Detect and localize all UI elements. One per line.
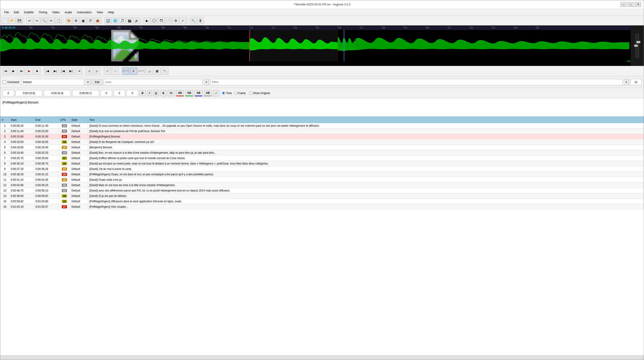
frame-radio-label[interactable]: Frame [234,92,246,95]
karaoke-auto1[interactable]: AUTO [122,68,129,75]
volume-slider[interactable] [638,33,639,58]
table-row[interactable]: 150:00:59.820:01:03.9015Default[PofMagic… [0,199,644,204]
layer-input[interactable] [630,79,642,85]
margin-v-input[interactable] [126,90,138,96]
strikeout-button[interactable]: S [160,90,166,96]
table-row[interactable]: 60:00:19.400:00:25.2513Default[David] Bo… [0,150,644,155]
show-original-checkbox[interactable] [249,92,252,94]
scroll-right-button[interactable]: ▷ [94,68,101,75]
waveform-main[interactable]: 0:00:00:01 02 03 04 05 06 07 [0,26,631,66]
table-row[interactable]: 30:00:15.600:00:16.3031Default[PofMagicf… [0,134,644,139]
comment-checkbox[interactable] [2,80,6,84]
table-row[interactable]: 40:00:16.600:00:18.6518Default[David] Et… [0,139,644,145]
menu-audio[interactable]: Audio [62,10,74,15]
close-button[interactable]: ✕ [635,2,641,7]
duration-input[interactable] [72,90,99,96]
bold-button[interactable]: B [140,90,146,96]
tb-subs[interactable]: 💬 [151,17,158,24]
tb-new[interactable]: 📄 [2,17,8,24]
tb-styles[interactable]: 🎨 [66,17,72,24]
italic-button[interactable]: I [147,90,152,96]
color4-button[interactable]: AB [204,90,212,96]
tb-translate[interactable]: 🌐 [112,17,118,24]
table-row[interactable]: 140:00:58.600:00:59.8219Default[David] S… [0,193,644,199]
menu-view[interactable]: View [94,10,105,15]
effect-dropdown[interactable]: ▼ [624,79,629,85]
tb-extra[interactable]: 🎛 [197,17,204,24]
tb-properties[interactable]: ⚙ [72,17,79,24]
menu-subtitle[interactable]: Subtitle [22,10,36,15]
tb-grid[interactable]: ▦ [80,17,86,24]
confirm-button[interactable]: ✓ [213,90,219,96]
spectrum-btn[interactable]: 📊 [146,68,153,75]
tb-cut[interactable]: ✂ [48,17,54,24]
tb-karaoke[interactable]: 🎵 [119,17,126,24]
menu-file[interactable]: File [2,10,11,15]
zoom-sel-button[interactable]: ⇥ [75,68,82,75]
tb-config[interactable]: ⚙ [172,17,179,24]
actor-dropdown[interactable]: ▼ [204,79,209,85]
fn-button[interactable]: fn [168,90,174,96]
tb-audio-zoom[interactable]: 🔊 [133,17,140,24]
grid-btn[interactable]: ▦ [154,68,161,75]
color3-button[interactable]: AB [194,90,202,96]
play-button[interactable]: ▶ [10,68,17,75]
style-dropdown[interactable]: ▼ [86,79,90,85]
edit-button[interactable]: Edit [92,79,102,85]
actor-input[interactable] [104,79,203,85]
stop-button[interactable]: ■ [34,68,41,75]
maximize-button[interactable]: □ [628,2,634,7]
menu-help[interactable]: Help [106,10,116,15]
menu-timing[interactable]: Timing [36,10,50,15]
subtitle-table-area[interactable]: # Start End CPS Style Text 10:00:00.250:… [0,117,644,355]
table-row[interactable]: 10:00:00.250:00:11.4013Default[David] Et… [0,123,644,128]
zoom-slider[interactable] [636,33,637,58]
menu-edit[interactable]: Edit [12,10,21,15]
table-row[interactable]: 100:00:38.350:00:41.3228Default[PofMagic… [0,172,644,177]
color2-button[interactable]: AB [185,90,193,96]
menu-video[interactable]: Video [50,10,62,15]
table-row[interactable]: 80:00:30.100:00:36.7016Default[David] qu… [0,161,644,166]
waveform-canvas[interactable] [0,30,631,61]
effect-input[interactable] [210,79,623,85]
style-input[interactable] [21,79,84,85]
table-row[interactable]: 70:00:25.750:00:29.6017Default[David] d'… [0,155,644,161]
tb-undo[interactable]: ↩ [26,17,33,24]
tb-detach[interactable]: 🗔 [158,17,165,24]
index-input[interactable] [2,90,14,96]
underline-button[interactable]: U [153,90,159,96]
tb-tools[interactable]: 🔧 [190,17,196,24]
start-time-input[interactable] [16,90,42,96]
tb-video-player[interactable]: ▶ [144,17,150,24]
options-btn[interactable]: 🔧 [161,68,168,75]
commit-button[interactable]: ✓ [104,68,111,75]
karaoke-auto2[interactable]: ♥ [130,68,137,75]
tb-timing[interactable]: ⏱ [87,17,94,24]
time-radio-label[interactable]: Time [222,92,232,95]
mark-start-button[interactable]: [◀ [60,68,67,75]
color1-button[interactable]: AB [176,90,184,96]
table-row[interactable]: 50:00:18.650:00:19.4020Default[Benjamin]… [0,145,644,150]
next-button[interactable]: → [112,68,119,75]
table-row[interactable]: 130:00:48.750:00:58.1010Default[David] a… [0,188,644,193]
end-time-input[interactable] [44,90,71,96]
tb-open[interactable]: 📂 [9,17,16,24]
table-row[interactable]: 110:00:41.320:00:42.3520Default[David] O… [0,177,644,183]
go-end-button[interactable]: ▶| [52,68,59,75]
menu-automation[interactable]: Automation [75,10,94,15]
time-radio[interactable] [222,92,225,94]
tb-save[interactable]: 💾 [16,17,23,24]
table-row[interactable]: 20:00:11.400:00:15.5011Default[David] et… [0,128,644,134]
tb-video-zoom[interactable]: 🎬 [126,17,133,24]
tb-find[interactable]: 🔍 [41,17,48,24]
tb-spellcheck[interactable]: 🔤 [104,17,111,24]
table-row[interactable]: 90:00:37.200:00:38.3523Default[David] J'… [0,166,644,172]
margin-l-input[interactable] [100,90,112,96]
tb-export[interactable]: 📤 [94,17,101,24]
karaoke-auto3[interactable]: AUTO [138,68,145,75]
scroll-left-button[interactable]: ◁ [86,68,93,75]
show-original-label[interactable]: Show Original [249,92,270,95]
table-row[interactable]: 120:00:42.850:00:48.2510Default[David] M… [0,183,644,188]
subtitle-editor[interactable]: [PofMagicfingers] Bonsoir. [2,101,642,114]
tb-paste[interactable]: 📋 [55,17,62,24]
